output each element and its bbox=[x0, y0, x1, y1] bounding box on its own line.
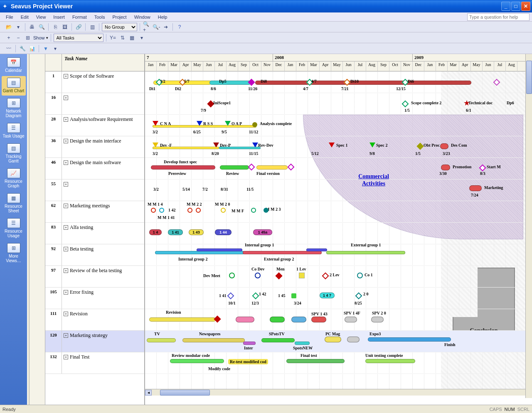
outline-toggle[interactable]: + bbox=[64, 96, 68, 100]
outdent-icon[interactable]: + bbox=[5, 34, 13, 42]
month-cell: Jul bbox=[355, 61, 366, 71]
task-row[interactable]: 16+ bbox=[45, 93, 144, 115]
outline-toggle[interactable]: + bbox=[64, 247, 68, 251]
copy-picture-icon[interactable]: 🖼 bbox=[61, 23, 69, 31]
task-row[interactable]: 28+Analysis/software Requirement bbox=[45, 115, 144, 136]
menu-file[interactable]: File bbox=[2, 14, 17, 20]
menu-view[interactable]: View bbox=[33, 14, 49, 20]
task-row[interactable]: 105+Error fixing bbox=[45, 288, 144, 309]
baseline-icon[interactable]: 📊 bbox=[28, 44, 36, 53]
menu-format[interactable]: Format bbox=[69, 14, 90, 20]
task-row[interactable]: 55+ bbox=[45, 179, 144, 201]
outline-toggle[interactable]: + bbox=[64, 204, 68, 208]
split-icon[interactable]: ▥ bbox=[88, 23, 96, 31]
month-cell: Jul bbox=[494, 61, 506, 71]
outline-toggle[interactable]: + bbox=[64, 117, 68, 122]
filter-combo[interactable]: All Tasks bbox=[54, 34, 103, 42]
outline-toggle[interactable]: + bbox=[64, 139, 68, 143]
open-dropdown-icon[interactable]: ▾ bbox=[14, 23, 22, 31]
view-tracking-gantt[interactable]: ▤Tracking Gantt bbox=[2, 142, 26, 166]
view-resource-graph[interactable]: 📈Resource Graph bbox=[2, 167, 26, 191]
sort-icon[interactable]: ⇅ bbox=[118, 34, 127, 42]
task-row[interactable]: 111+Revision bbox=[45, 309, 144, 331]
options-icon[interactable]: ▾ bbox=[138, 34, 146, 42]
autofilter-icon[interactable]: Y= bbox=[109, 34, 117, 42]
indent-icon[interactable]: − bbox=[14, 34, 22, 42]
outline-toggle[interactable]: + bbox=[64, 160, 68, 165]
group-combo[interactable]: No Group bbox=[102, 23, 137, 31]
gantt-timeline-header: 720082009 JanFebMarAprMayJunJulAugSepOct… bbox=[145, 54, 532, 71]
view-resource-sheet[interactable]: ▦Resource Sheet bbox=[2, 192, 26, 216]
menu-project[interactable]: Project bbox=[109, 14, 130, 20]
outline-toggle[interactable]: + bbox=[64, 74, 68, 79]
view-network-diagram[interactable]: ⊞Network Diagram bbox=[2, 96, 26, 120]
tracking-icon[interactable]: 〰 bbox=[5, 44, 13, 53]
scrollbar-thumb[interactable] bbox=[160, 390, 210, 396]
view-more-views[interactable]: ⊞More Views… bbox=[2, 241, 26, 266]
month-cell: Nov bbox=[401, 61, 413, 71]
open-icon[interactable]: 📂 bbox=[5, 23, 13, 31]
month-cell: Jun bbox=[483, 61, 494, 71]
menu-tools[interactable]: Tools bbox=[91, 14, 108, 20]
outline-toggle[interactable]: + bbox=[64, 290, 68, 295]
vertical-scrollbar[interactable] bbox=[525, 54, 532, 398]
view-resource-usage[interactable]: ☰Resource Usage bbox=[2, 216, 26, 241]
menu-window[interactable]: Window bbox=[131, 14, 154, 20]
task-id: 111 bbox=[45, 309, 62, 330]
gantt-body[interactable]: Commercial Activities Conclusion 3/2 bbox=[145, 71, 532, 396]
outline-toggle[interactable]: + bbox=[64, 355, 68, 359]
show-subtasks-icon[interactable]: ⊞ bbox=[24, 34, 32, 42]
horizontal-scrollbar[interactable]: ◂ ▸ bbox=[145, 389, 532, 396]
task-row[interactable]: 92+Beta testing bbox=[45, 244, 144, 266]
task-row[interactable]: 120+Marketing strategy bbox=[45, 331, 144, 352]
task-row[interactable]: 62+Marketing meetings bbox=[45, 201, 144, 223]
task-row[interactable]: 1+Scope of the Software bbox=[45, 71, 144, 93]
task-row[interactable]: 97+Review of the beta testing bbox=[45, 266, 144, 288]
outline-toggle[interactable]: + bbox=[64, 182, 68, 187]
view-task-usage[interactable]: ☰Task Usage bbox=[2, 121, 26, 141]
task-row[interactable]: 46+Design the main software bbox=[45, 158, 144, 179]
outline-toggle[interactable]: + bbox=[64, 333, 68, 338]
view-calendar[interactable]: 📅Calendar bbox=[2, 56, 26, 75]
gantt-row: Dev -F Dev-P Rev-Dev 3/2 8/20 11/15 Spec… bbox=[145, 136, 532, 158]
month-cell: Jan bbox=[285, 61, 296, 71]
link-icon[interactable]: 🔗 bbox=[74, 23, 83, 31]
critical-icon[interactable]: 🔧 bbox=[18, 44, 27, 53]
outline-toggle[interactable]: + bbox=[64, 225, 68, 230]
filter-icon[interactable]: ▼ bbox=[42, 44, 50, 53]
scrollbar-thumb[interactable] bbox=[526, 61, 532, 94]
print-preview-icon[interactable]: 🔍 bbox=[37, 23, 46, 31]
view-gantt-chart[interactable]: ▤Gantt Chart bbox=[2, 76, 26, 96]
outline-toggle[interactable]: + bbox=[64, 268, 68, 273]
zoom-in-icon[interactable]: 🔍+ bbox=[143, 23, 151, 31]
goto-task-icon[interactable]: ➜ bbox=[162, 23, 170, 31]
minimize-button[interactable]: _ bbox=[501, 2, 510, 11]
year-cell: 2008 bbox=[273, 54, 413, 61]
table-icon[interactable]: ▦ bbox=[128, 34, 136, 42]
gantt-chart-area: 720082009 JanFebMarAprMayJunJulAugSepOct… bbox=[145, 54, 532, 405]
scroll-left-icon[interactable]: ◂ bbox=[145, 390, 152, 396]
gantt-row: Internal group 1 External group 1 Intern… bbox=[145, 244, 532, 266]
title-bar: ✦ Seavus Project Viewer _ □ ✕ bbox=[0, 0, 532, 12]
month-cell: Dec bbox=[273, 61, 285, 71]
task-grid-header: Task Name bbox=[45, 54, 144, 71]
outline-toggle[interactable]: + bbox=[64, 312, 68, 316]
task-row[interactable]: 36+Design the main interface bbox=[45, 136, 144, 158]
content-area: Task Name 1+Scope of the Software16+28+A… bbox=[30, 54, 532, 405]
task-name-label: Design the main interface bbox=[70, 138, 121, 144]
task-name-header[interactable]: Task Name bbox=[62, 54, 144, 71]
menu-help[interactable]: Help bbox=[155, 14, 171, 20]
copy-icon[interactable]: ⎘ bbox=[51, 23, 59, 31]
help-icon[interactable]: ? bbox=[175, 23, 184, 31]
menu-insert[interactable]: Insert bbox=[50, 14, 68, 20]
task-row[interactable]: 83+Alfa testing bbox=[45, 223, 144, 244]
maximize-button[interactable]: □ bbox=[511, 2, 520, 11]
zoom-out-icon[interactable]: 🔍- bbox=[152, 23, 160, 31]
menu-edit[interactable]: Edit bbox=[17, 14, 32, 20]
task-id: 46 bbox=[45, 158, 62, 179]
help-search-input[interactable] bbox=[467, 13, 530, 21]
print-icon[interactable]: 🖶 bbox=[28, 23, 36, 31]
filter-dropdown-icon[interactable]: ▾ bbox=[51, 44, 59, 53]
close-button[interactable]: ✕ bbox=[521, 2, 530, 11]
task-row[interactable]: 132+Final Test bbox=[45, 352, 144, 374]
